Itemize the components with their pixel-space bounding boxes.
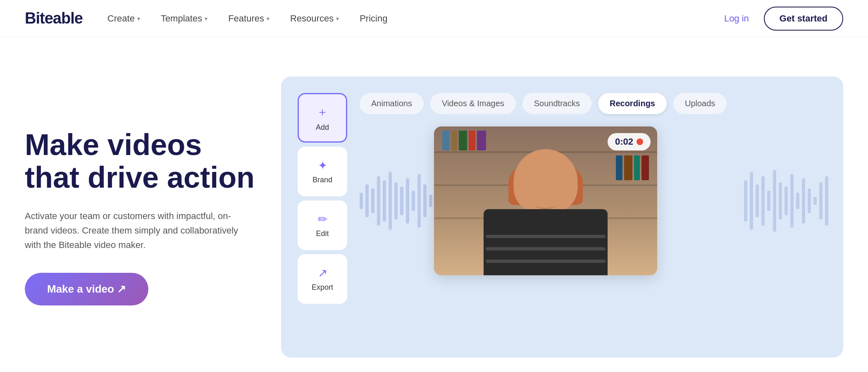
tab-videos-images[interactable]: Videos & Images xyxy=(430,93,516,114)
svg-rect-14 xyxy=(744,180,747,222)
sidebar-edit-button[interactable]: ✏ Edit xyxy=(298,200,347,250)
nav-links: Create ▾ Templates ▾ Features ▾ Resource… xyxy=(107,13,724,24)
svg-rect-22 xyxy=(790,174,794,228)
nav-item-pricing[interactable]: Pricing xyxy=(360,13,387,24)
svg-rect-16 xyxy=(756,184,759,217)
svg-rect-6 xyxy=(394,182,398,219)
svg-rect-4 xyxy=(383,180,386,222)
sidebar-add-button[interactable]: ＋ Add xyxy=(298,93,347,143)
app-content-area: 0:02 xyxy=(360,126,827,275)
plus-icon: ＋ xyxy=(317,104,328,120)
export-icon: ↗ xyxy=(318,266,327,280)
tab-animations[interactable]: Animations xyxy=(360,93,424,114)
svg-rect-11 xyxy=(423,184,427,217)
svg-rect-2 xyxy=(371,188,374,213)
sidebar-export-button[interactable]: ↗ Export xyxy=(298,254,347,304)
chevron-down-icon: ▾ xyxy=(205,15,207,22)
app-main-content: Animations Videos & Images Soundtracks R… xyxy=(360,93,827,275)
svg-rect-8 xyxy=(406,178,409,224)
svg-rect-12 xyxy=(429,195,432,207)
hero-section: Make videos that drive action Activate y… xyxy=(0,37,868,372)
svg-rect-24 xyxy=(802,178,805,224)
navbar: Biteable Create ▾ Templates ▾ Features ▾… xyxy=(0,0,868,37)
svg-rect-23 xyxy=(796,193,799,209)
nav-item-create[interactable]: Create ▾ xyxy=(107,13,140,24)
video-timer: 0:02 xyxy=(608,133,651,150)
svg-rect-3 xyxy=(377,176,380,226)
svg-rect-7 xyxy=(400,186,403,215)
svg-rect-9 xyxy=(412,191,415,211)
get-started-button[interactable]: Get started xyxy=(764,7,843,31)
nav-item-features[interactable]: Features ▾ xyxy=(228,13,269,24)
svg-rect-21 xyxy=(785,186,788,215)
svg-rect-0 xyxy=(360,193,363,209)
video-thumbnail: 0:02 xyxy=(434,126,657,275)
recording-indicator xyxy=(637,138,643,145)
svg-rect-18 xyxy=(767,191,770,211)
nav-actions: Log in Get started xyxy=(724,7,843,31)
svg-rect-1 xyxy=(365,184,369,217)
svg-rect-20 xyxy=(779,182,782,219)
nav-item-resources[interactable]: Resources ▾ xyxy=(290,13,339,24)
svg-rect-19 xyxy=(773,170,776,232)
tab-soundtracks[interactable]: Soundtracks xyxy=(522,93,591,114)
app-mockup: ＋ Add ✦ Brand ✏ Edit ↗ Export Animations… xyxy=(281,76,843,358)
tab-uploads[interactable]: Uploads xyxy=(673,93,727,114)
hero-content: Make videos that drive action Activate y… xyxy=(25,129,281,306)
edit-icon: ✏ xyxy=(318,212,327,226)
tab-bar: Animations Videos & Images Soundtracks R… xyxy=(360,93,827,114)
svg-rect-10 xyxy=(417,174,421,228)
waveform-left xyxy=(360,160,442,242)
hero-title: Make videos that drive action xyxy=(25,129,265,194)
hero-description: Activate your team or customers with imp… xyxy=(25,209,240,253)
svg-rect-15 xyxy=(750,172,753,230)
chevron-down-icon: ▾ xyxy=(267,15,269,22)
waveform-right xyxy=(744,160,835,242)
svg-rect-26 xyxy=(813,197,817,205)
login-button[interactable]: Log in xyxy=(724,13,749,24)
app-sidebar: ＋ Add ✦ Brand ✏ Edit ↗ Export xyxy=(298,93,347,304)
tab-recordings[interactable]: Recordings xyxy=(598,93,667,114)
svg-rect-28 xyxy=(825,176,828,226)
make-video-button[interactable]: Make a video ↗ xyxy=(25,273,148,305)
brand-icon: ✦ xyxy=(318,159,327,172)
nav-item-templates[interactable]: Templates ▾ xyxy=(161,13,207,24)
svg-rect-25 xyxy=(808,188,811,213)
sidebar-brand-button[interactable]: ✦ Brand xyxy=(298,147,347,196)
svg-rect-27 xyxy=(819,182,823,219)
chevron-down-icon: ▾ xyxy=(336,15,339,22)
logo[interactable]: Biteable xyxy=(25,10,83,27)
svg-rect-5 xyxy=(389,172,392,230)
svg-rect-17 xyxy=(761,176,765,226)
chevron-down-icon: ▾ xyxy=(137,15,140,22)
